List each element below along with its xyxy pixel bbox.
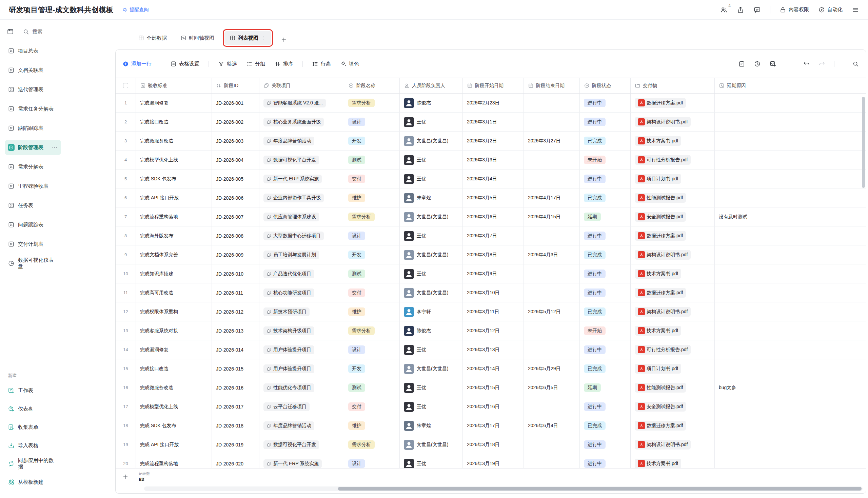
cell-accept[interactable]: 完成漏洞修复 [136, 340, 212, 359]
cell-status[interactable]: 未开始 [580, 322, 631, 340]
attachment-chip[interactable]: 项目计划书.pdf [635, 174, 681, 184]
row-number[interactable]: 4 [116, 150, 136, 169]
view-tab-1[interactable]: 时间轴视图 [175, 31, 219, 45]
remind-review-link[interactable]: 提醒查阅 [122, 7, 149, 13]
cell-stage[interactable]: 需求分析 [344, 208, 400, 226]
undo-icon[interactable] [803, 60, 810, 67]
cell-stage[interactable]: 开发 [344, 132, 400, 150]
cell-start[interactable]: 2026年3月19日 [463, 454, 524, 468]
row-number[interactable]: 7 [116, 208, 136, 226]
cell-end[interactable]: 2026年3月27日 [524, 132, 580, 150]
cell-delay[interactable] [715, 150, 866, 169]
cell-project[interactable]: 用户体验提升项目 [259, 340, 344, 359]
column-header-file[interactable]: 交付物 [631, 78, 715, 93]
linked-record-chip[interactable]: 新一代 ERP 系统实施 [263, 174, 322, 183]
cell-start[interactable]: 2026年3月13日 [463, 340, 524, 359]
clipboard-icon[interactable] [738, 60, 745, 67]
attachment-chip[interactable]: 架构设计说明书.pdf [635, 307, 691, 317]
cell-stage[interactable]: 测试 [344, 378, 400, 397]
cell-project[interactable]: 技术架构升级项目 [259, 322, 344, 340]
cell-delay[interactable] [715, 397, 866, 416]
column-header-project[interactable]: 关联项目 [259, 78, 344, 93]
row-number[interactable]: 15 [116, 359, 136, 378]
row-number[interactable]: 18 [116, 416, 136, 435]
cell-file[interactable]: 数据迁移方案.pdf [631, 416, 715, 435]
linked-record-chip[interactable]: 年度品牌营销活动 [263, 136, 314, 145]
sidebar-toggle-icon[interactable] [7, 28, 14, 35]
cell-end[interactable] [524, 113, 580, 131]
attachment-chip[interactable]: 性能测试报告.pdf [635, 193, 686, 203]
cell-accept[interactable]: 完成微服务改造 [136, 132, 212, 150]
cell-accept[interactable]: 完成接口改造 [136, 113, 212, 131]
row-number[interactable]: 12 [116, 302, 136, 321]
attachment-chip[interactable]: 可行性分析报告.pdf [635, 155, 691, 165]
cell-start[interactable]: 2026年3月17日 [463, 416, 524, 435]
cell-end[interactable] [524, 170, 580, 188]
cell-stage[interactable]: 需求分析 [344, 94, 400, 112]
column-header-start[interactable]: 阶段开始日期 [463, 78, 524, 93]
cell-delay[interactable]: 没有及时测试 [715, 208, 866, 226]
cell-delay[interactable] [715, 359, 866, 378]
cell-status[interactable]: 延期 [580, 378, 631, 397]
cell-stage[interactable]: 维护 [344, 416, 400, 435]
cell-accept[interactable]: 完成 API 接口开放 [136, 435, 212, 454]
sidebar-item-0[interactable]: 项目总表 [5, 43, 61, 58]
add-row-button[interactable]: 添加一行 [122, 61, 152, 67]
cell-owner[interactable]: 王优 [400, 113, 463, 131]
cell-delay[interactable] [715, 416, 866, 435]
cell-file[interactable]: 项目计划书.pdf [631, 170, 715, 188]
cell-file[interactable]: 可行性分析报告.pdf [631, 340, 715, 359]
cell-owner[interactable]: 陈俊杰 [400, 94, 463, 112]
cell-id[interactable]: JD-2026-014 [212, 340, 259, 359]
cell-status[interactable]: 进行中 [580, 264, 631, 283]
cell-id[interactable]: JD-2026-007 [212, 208, 259, 226]
cell-project[interactable]: 产品迭代优化项目 [259, 264, 344, 283]
history-icon[interactable] [754, 60, 761, 67]
column-header-owner[interactable]: 人员阶段负责人 [400, 78, 463, 93]
linked-record-chip[interactable]: 用户体验提升项目 [263, 364, 314, 373]
cell-accept[interactable]: 完成流程重构落地 [136, 208, 212, 226]
cell-file[interactable]: 数据迁移方案.pdf [631, 94, 715, 112]
cell-stage[interactable]: 需求分析 [344, 322, 400, 340]
cell-accept[interactable]: 完成模型优化上线 [136, 397, 212, 416]
cell-accept[interactable]: 完成漏洞修复 [136, 94, 212, 112]
cell-owner[interactable]: 王优 [400, 150, 463, 169]
cell-end[interactable]: 2026年5月29日 [524, 359, 580, 378]
cell-accept[interactable]: 完成高可用改造 [136, 284, 212, 302]
cell-status[interactable]: 已完成 [580, 188, 631, 207]
linked-record-chip[interactable]: 核心功能研发项目 [263, 288, 314, 297]
cell-project[interactable]: 性能优化专项项目 [259, 378, 344, 397]
cell-status[interactable]: 已完成 [580, 416, 631, 435]
cell-owner[interactable]: 王优 [400, 264, 463, 283]
view-tab-0[interactable]: 全部数据 [133, 31, 172, 45]
footer-add-row-button[interactable] [122, 474, 129, 481]
sidebar-item-2[interactable]: 迭代管理表 [5, 82, 61, 97]
sidebar-item-7[interactable]: 里程碑验收表 [5, 179, 61, 194]
cell-file[interactable]: 可行性分析报告.pdf [631, 150, 715, 169]
cell-project[interactable]: 员工培训与发展计划 [259, 246, 344, 264]
linked-record-chip[interactable]: 供应商管理体系建设 [263, 212, 319, 221]
cell-delay[interactable] [715, 94, 866, 112]
select-all-checkbox[interactable] [116, 78, 136, 93]
cell-accept[interactable]: 完成文档体系完善 [136, 246, 212, 264]
cell-stage[interactable]: 设计 [344, 340, 400, 359]
search-table-icon[interactable] [852, 60, 859, 67]
cell-start[interactable]: 2026年3月12日 [463, 322, 524, 340]
comment-button[interactable] [753, 6, 761, 14]
linked-record-chip[interactable]: 数据可视化平台开发 [263, 441, 319, 449]
sidebar-item-11[interactable]: 数据可视化仪表盘 [5, 256, 61, 271]
attachment-chip[interactable]: 技术方案书.pdf [635, 326, 681, 336]
row-number[interactable]: 10 [116, 264, 136, 283]
cell-project[interactable]: 企业内部协作工具升级 [259, 188, 344, 207]
column-header-id[interactable]: 阶段ID [212, 78, 259, 93]
column-header-stage[interactable]: 阶段名称 [344, 78, 400, 93]
table-settings-button[interactable]: 表格设置 [170, 61, 199, 67]
cell-stage[interactable]: 需求分析 [344, 435, 400, 454]
new-item-5[interactable]: 从模板新建 [5, 475, 61, 489]
cell-owner[interactable]: 王优 [400, 454, 463, 468]
cell-end[interactable] [524, 322, 580, 340]
cell-id[interactable]: JD-2026-013 [212, 322, 259, 340]
sidebar-item-1[interactable]: 文档关联表 [5, 63, 61, 78]
cell-project[interactable]: 核心功能研发项目 [259, 284, 344, 302]
cell-status[interactable]: 进行中 [580, 113, 631, 131]
